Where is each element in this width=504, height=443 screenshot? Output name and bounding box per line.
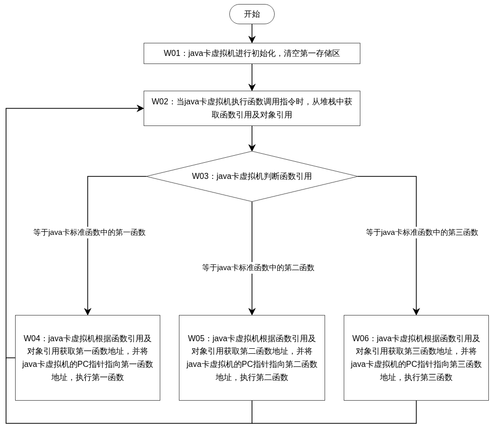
branch-right-text: 等于java卡标准函数中的第三函数 [366,228,478,236]
branch-label-left: 等于java卡标准函数中的第一函数 [30,227,149,238]
decision-w03: W03：java卡虚拟机判断函数引用 [146,151,358,202]
start-label: 开始 [244,8,260,21]
step-w02: W02：当java卡虚拟机执行函数调用指令时，从堆栈中获取函数引用及对象引用 [144,91,360,126]
step-w01-text: W01：java卡虚拟机进行初始化，清空第一存储区 [164,47,340,60]
step-w01: W01：java卡虚拟机进行初始化，清空第一存储区 [144,43,360,64]
step-w04: W04：java卡虚拟机根据函数引用及对象引用获取第一函数地址，并将java卡虚… [15,315,160,401]
decision-w03-text: W03：java卡虚拟机判断函数引用 [192,171,312,182]
step-w05: W05：java卡虚拟机根据函数引用及对象引用获取第二函数地址，并将java卡虚… [179,315,325,401]
branch-label-mid: 等于java卡标准函数中的第二函数 [199,262,318,274]
step-w06: W06：java卡虚拟机根据函数引用及对象引用获取第三函数地址，并将java卡虚… [344,315,489,401]
step-w04-text: W04：java卡虚拟机根据函数引用及对象引用获取第一函数地址，并将java卡虚… [22,332,154,384]
start-node: 开始 [229,4,275,24]
step-w02-text: W02：当java卡虚拟机执行函数调用指令时，从堆栈中获取函数引用及对象引用 [150,95,354,121]
step-w05-text: W05：java卡虚拟机根据函数引用及对象引用获取第二函数地址，并将java卡虚… [185,332,319,384]
step-w06-text: W06：java卡虚拟机根据函数引用及对象引用获取第三函数地址，并将java卡虚… [350,332,482,384]
branch-left-text: 等于java卡标准函数中的第一函数 [33,228,146,236]
branch-label-right: 等于java卡标准函数中的第三函数 [363,227,481,238]
branch-mid-text: 等于java卡标准函数中的第二函数 [202,263,314,272]
